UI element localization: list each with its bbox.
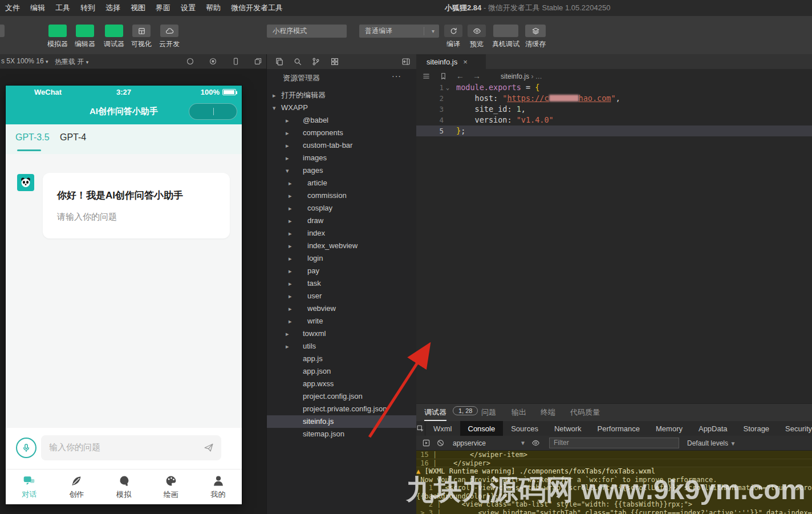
tabbar-item-head[interactable]: 模拟 — [100, 470, 148, 504]
bookmark-icon[interactable] — [439, 72, 448, 80]
outline-icon[interactable] — [422, 72, 431, 80]
breadcrumb-file[interactable]: siteinfo.js › … — [501, 72, 542, 80]
left-edge-partial-button[interactable] — [0, 25, 5, 37]
tree-item-[interactable]: ▸打开的编辑器 — [267, 89, 417, 102]
debugger-tab-1[interactable]: 调试器 — [424, 407, 446, 421]
tree-item-index_webview[interactable]: ▸index_webview — [267, 240, 417, 252]
tree-item-custom-tab-bar[interactable]: ▸custom-tab-bar — [267, 139, 417, 152]
tree-item-article[interactable]: ▸article — [267, 177, 417, 189]
more-actions-icon[interactable]: ··· — [392, 71, 401, 80]
code-line-3[interactable]: 3 site_id: 1, — [416, 104, 812, 115]
capsule-menu-button[interactable] — [189, 103, 237, 120]
mode-select[interactable]: 小程序模式 — [267, 25, 347, 38]
debugger-tab-4[interactable]: 终端 — [541, 407, 555, 418]
compile-button[interactable] — [444, 25, 462, 37]
menu-7[interactable]: 界面 — [151, 3, 176, 13]
tab-gpt4[interactable]: GPT-4 — [60, 132, 86, 143]
preview-button[interactable] — [468, 25, 486, 37]
tree-item-app.js[interactable]: app.js — [267, 353, 417, 365]
tree-item-utils[interactable]: ▸utils — [267, 340, 417, 353]
close-icon[interactable]: × — [463, 58, 468, 66]
cloud-dev-button[interactable] — [160, 25, 178, 37]
tabbar-item-chat[interactable]: 对话 — [6, 470, 53, 504]
editor-toggle-button[interactable] — [76, 25, 94, 37]
device-frame-icon[interactable] — [232, 57, 240, 66]
tree-item-cosplay[interactable]: ▸cosplay — [267, 202, 417, 214]
tree-item-webview[interactable]: ▸webview — [267, 302, 417, 315]
menu-8[interactable]: 设置 — [176, 3, 201, 13]
tree-item-project.private.config.json[interactable]: project.private.config.json — [267, 403, 417, 415]
tree-item-project.config.json[interactable]: project.config.json — [267, 390, 417, 403]
files-icon[interactable] — [275, 57, 284, 66]
menu-1[interactable]: 文件 — [0, 3, 25, 13]
devtools-tab-storage[interactable]: Storage — [736, 421, 778, 436]
tree-item-towxml[interactable]: ▸towxml — [267, 327, 417, 340]
code-line-2[interactable]: 2 host: "https://chao.com", — [416, 93, 812, 104]
tree-item-task[interactable]: ▸task — [267, 277, 417, 290]
tree-item-WXAPP[interactable]: ▾WXAPP — [267, 102, 417, 114]
clear-cache-button[interactable] — [525, 25, 546, 37]
devtools-tab-performance[interactable]: Performance — [590, 421, 648, 436]
tree-item-@babel[interactable]: ▸@babel — [267, 114, 417, 127]
debugger-tab-2[interactable]: 问题 — [481, 407, 496, 418]
send-icon[interactable] — [203, 442, 214, 455]
show-drawer-icon[interactable] — [422, 439, 431, 447]
record-icon[interactable] — [186, 57, 194, 66]
debugger-tab-5[interactable]: 代码质量 — [570, 407, 600, 418]
devtools-tab-security[interactable]: Security — [777, 421, 812, 436]
collapse-panel-icon[interactable] — [401, 57, 411, 66]
remote-debug-button[interactable] — [493, 25, 518, 37]
log-levels-dropdown[interactable]: Default levels ▼ — [687, 439, 736, 447]
tabbar-item-palette[interactable]: 绘画 — [147, 470, 194, 504]
context-select[interactable]: appservice▼ — [453, 439, 526, 447]
visualize-button[interactable] — [132, 25, 151, 37]
voice-input-button[interactable] — [16, 438, 36, 458]
nav-back-icon[interactable]: ← — [456, 71, 464, 80]
devtools-tab-sources[interactable]: Sources — [503, 421, 546, 436]
editor-tab-siteinfo[interactable]: siteinfo.js × — [416, 54, 486, 69]
inspect-element-icon[interactable] — [416, 421, 425, 436]
devtools-tab-console[interactable]: Console — [460, 421, 504, 436]
tree-item-sitemap.json[interactable]: sitemap.json — [267, 428, 417, 440]
code-line-5[interactable]: 5}; — [416, 126, 812, 136]
tabbar-item-feather[interactable]: 创作 — [53, 470, 100, 504]
code-line-4[interactable]: 4 version: "v1.4.0" — [416, 115, 812, 126]
debugger-tab-3[interactable]: 输出 — [511, 407, 526, 418]
tree-item-siteinfo.js[interactable]: siteinfo.js — [267, 415, 417, 428]
nav-forward-icon[interactable]: → — [473, 71, 481, 80]
tree-item-draw[interactable]: ▸draw — [267, 214, 417, 227]
tree-item-login[interactable]: ▸login — [267, 252, 417, 265]
debugger-toggle-button[interactable] — [105, 25, 123, 37]
tree-item-components[interactable]: ▸components — [267, 127, 417, 139]
tab-gpt35[interactable]: GPT-3.5 — [15, 132, 50, 143]
hot-reload-dropdown[interactable]: 热重载 开 ▾ — [55, 57, 88, 67]
menu-10[interactable]: 微信开发者工具 — [226, 3, 288, 13]
git-branch-icon[interactable] — [311, 57, 320, 66]
create-live-expression-icon[interactable] — [531, 439, 540, 447]
device-zoom-dropdown[interactable]: s 5X 100% 16 ▾ — [1, 57, 48, 65]
menu-6[interactable]: 视图 — [125, 3, 151, 13]
menu-4[interactable]: 转到 — [75, 3, 100, 13]
simulator-toggle-button[interactable] — [48, 25, 67, 37]
tree-item-pay[interactable]: ▸pay — [267, 265, 417, 277]
menu-5[interactable]: 选择 — [100, 3, 125, 13]
search-icon[interactable] — [293, 57, 302, 66]
console-filter-input[interactable]: Filter — [549, 438, 679, 448]
devtools-tab-appdata[interactable]: AppData — [691, 421, 736, 436]
tree-item-index[interactable]: ▸index — [267, 227, 417, 240]
tree-item-pages[interactable]: ▾pages — [267, 164, 417, 177]
extensions-icon[interactable] — [330, 57, 339, 66]
devtools-tab-memory[interactable]: Memory — [648, 421, 691, 436]
menu-9[interactable]: 帮助 — [201, 3, 226, 13]
tree-item-user[interactable]: ▸user — [267, 290, 417, 302]
tree-item-commission[interactable]: ▸commission — [267, 189, 417, 202]
tree-item-write[interactable]: ▸write — [267, 315, 417, 327]
stop-record-icon[interactable] — [209, 57, 217, 66]
clear-console-icon[interactable] — [436, 439, 445, 447]
tree-item-images[interactable]: ▸images — [267, 152, 417, 164]
tabbar-item-person[interactable]: 我的 — [194, 470, 242, 504]
code-lines[interactable]: 1⌄module.exports = {2 host: "https://cha… — [416, 82, 812, 136]
fold-chevron-icon[interactable]: ⌄ — [446, 82, 449, 93]
tree-item-app.json[interactable]: app.json — [267, 365, 417, 378]
compile-mode-select[interactable]: 普通编译 ▾ — [359, 25, 439, 38]
